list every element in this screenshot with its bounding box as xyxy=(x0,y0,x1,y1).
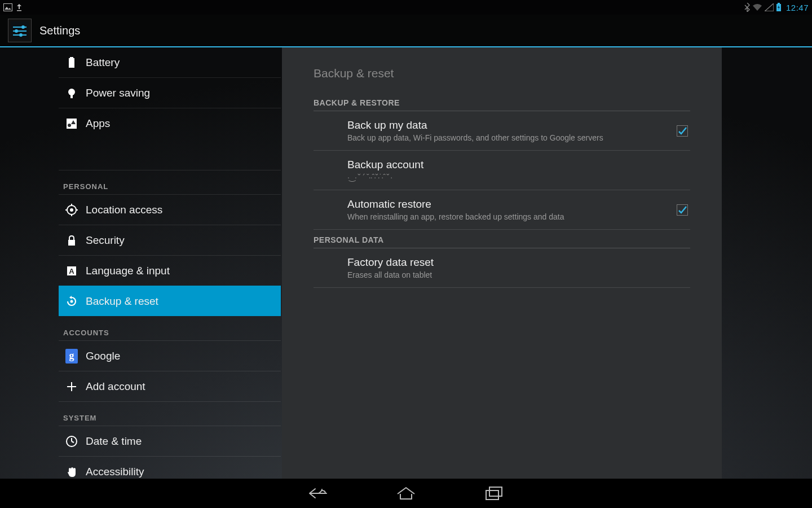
detail-section-header: PERSONAL DATA xyxy=(314,235,690,248)
sidebar-item-date-time[interactable]: Date & time xyxy=(59,426,281,456)
detail-section-header: BACKUP & RESTORE xyxy=(314,98,690,111)
row-factory-data-reset[interactable]: Factory data reset Erases all data on ta… xyxy=(314,248,690,288)
row-backup-account[interactable]: Backup account ·‿· ˘ ˊ ˇ··ˆ·˘·˙·ˆ ˘ · xyxy=(314,151,690,190)
checkbox[interactable] xyxy=(677,125,688,137)
sidebar-item-apps[interactable]: Apps xyxy=(59,108,281,138)
settings-sidebar: Battery Power saving Apps PERSONAL Locat… xyxy=(0,47,281,479)
apps-icon xyxy=(65,117,78,130)
row-primary: Factory data reset xyxy=(347,256,690,269)
status-clock: 12:47 xyxy=(786,3,809,12)
sidebar-item-backup-reset[interactable]: Backup & reset xyxy=(59,286,281,316)
wifi-icon xyxy=(752,3,762,11)
svg-marker-1 xyxy=(5,7,11,10)
detail-title: Backup & reset xyxy=(314,53,690,93)
hand-icon xyxy=(65,466,78,478)
status-bar[interactable]: 12:47 xyxy=(0,0,812,15)
svg-point-11 xyxy=(19,33,23,37)
sidebar-item-label: Battery xyxy=(86,56,120,69)
row-primary: Automatic restore xyxy=(347,198,677,211)
sidebar-header: PERSONAL xyxy=(59,170,281,194)
svg-rect-12 xyxy=(69,58,74,68)
sidebar-item-location-access[interactable]: Location access xyxy=(59,194,281,225)
sidebar-item-security[interactable]: Security xyxy=(59,225,281,255)
sidebar-item-label: Google xyxy=(86,350,120,362)
detail-panel: Backup & resetBACKUP & RESTORE Back up m… xyxy=(282,47,722,479)
sidebar-item-label: Language & input xyxy=(86,265,170,277)
upload-icon xyxy=(16,3,23,11)
picture-icon xyxy=(3,3,12,11)
svg-rect-25 xyxy=(68,240,75,246)
clock-icon xyxy=(65,435,78,448)
checkbox[interactable] xyxy=(677,204,688,216)
svg-point-9 xyxy=(15,29,18,33)
back-button[interactable] xyxy=(308,483,328,503)
battery-icon xyxy=(65,56,78,69)
row-primary: Back up my data xyxy=(347,119,677,132)
sidebar-item-label: Date & time xyxy=(86,435,142,448)
sidebar-item-label: Power saving xyxy=(86,87,150,99)
language-icon: A xyxy=(65,265,78,277)
svg-text:A: A xyxy=(69,267,74,275)
lock-icon xyxy=(65,234,78,247)
home-button[interactable] xyxy=(396,483,416,503)
sidebar-item-google[interactable]: g Google xyxy=(59,340,281,371)
plus-icon xyxy=(65,380,78,393)
svg-marker-28 xyxy=(69,296,72,299)
recents-button[interactable] xyxy=(484,483,504,503)
sidebar-item-battery[interactable]: Battery xyxy=(59,47,281,77)
sidebar-item-power-saving[interactable]: Power saving xyxy=(59,77,281,108)
battery-charging-icon xyxy=(776,3,782,12)
action-bar: Settings xyxy=(0,15,812,47)
svg-rect-0 xyxy=(4,4,12,11)
bulb-icon xyxy=(65,87,78,99)
page-title: Settings xyxy=(39,24,80,37)
row-backup-my-data[interactable]: Back up my data Back up app data, Wi-Fi … xyxy=(314,111,690,151)
row-primary: Backup account xyxy=(347,159,690,171)
sidebar-item-label: Apps xyxy=(86,117,110,130)
settings-app-icon[interactable] xyxy=(8,19,32,42)
svg-rect-35 xyxy=(486,491,498,500)
sidebar-header: ACCOUNTS xyxy=(59,316,281,340)
row-secondary: Back up app data, Wi-Fi passwords, and o… xyxy=(347,133,677,142)
row-secondary: Erases all data on tablet xyxy=(347,270,690,279)
svg-point-7 xyxy=(21,25,25,29)
sidebar-item-label: Location access xyxy=(86,204,162,216)
svg-rect-4 xyxy=(778,3,780,4)
system-nav-bar xyxy=(0,479,812,508)
sidebar-item-add-account[interactable]: Add account xyxy=(59,371,281,401)
sidebar-item-label: Accessibility xyxy=(86,466,144,478)
restore-icon xyxy=(65,295,78,308)
svg-rect-13 xyxy=(70,57,73,58)
svg-rect-2 xyxy=(17,10,21,11)
sidebar-item-label: Backup & reset xyxy=(86,295,158,308)
cell-signal-icon xyxy=(765,3,774,11)
location-icon xyxy=(65,204,78,216)
svg-point-29 xyxy=(70,300,73,303)
svg-point-14 xyxy=(68,89,75,95)
svg-point-17 xyxy=(68,124,71,127)
bluetooth-icon xyxy=(744,3,750,12)
sidebar-item-label: Security xyxy=(86,234,125,247)
svg-rect-15 xyxy=(70,95,73,98)
sidebar-item-accessibility[interactable]: Accessibility xyxy=(59,456,281,479)
row-secondary-redacted: ·‿· ˘ ˊ ˇ··ˆ·˘·˙·ˆ ˘ · xyxy=(347,173,690,182)
svg-point-20 xyxy=(70,208,73,212)
svg-rect-36 xyxy=(489,487,502,496)
google-icon: g xyxy=(65,350,78,362)
svg-line-34 xyxy=(72,441,74,443)
sidebar-item-label: Add account xyxy=(86,380,145,393)
row-automatic-restore[interactable]: Automatic restore When reinstalling an a… xyxy=(314,190,690,230)
sidebar-item-language-input[interactable]: A Language & input xyxy=(59,255,281,286)
sidebar-header: SYSTEM xyxy=(59,401,281,426)
row-secondary: When reinstalling an app, restore backed… xyxy=(347,212,677,221)
